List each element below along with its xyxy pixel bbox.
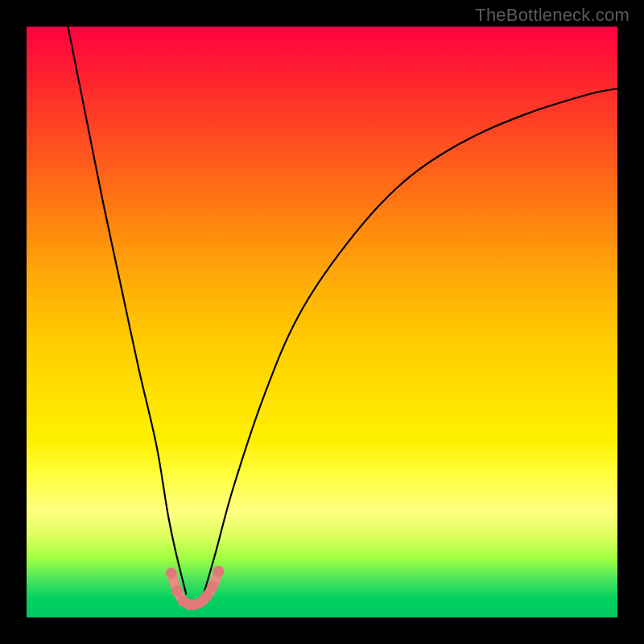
valley-dot	[201, 591, 213, 602]
valley-dot	[166, 568, 177, 579]
curves-svg	[27, 27, 617, 617]
chart-frame: TheBottleneck.com	[0, 0, 644, 644]
valley-dot	[171, 585, 183, 597]
right-curve	[204, 89, 617, 594]
valley-dots	[166, 566, 225, 610]
valley-dot	[213, 566, 225, 577]
plot-area	[27, 27, 617, 617]
valley-dot	[207, 581, 218, 592]
watermark-text: TheBottleneck.com	[475, 5, 630, 26]
left-curve	[68, 27, 186, 594]
